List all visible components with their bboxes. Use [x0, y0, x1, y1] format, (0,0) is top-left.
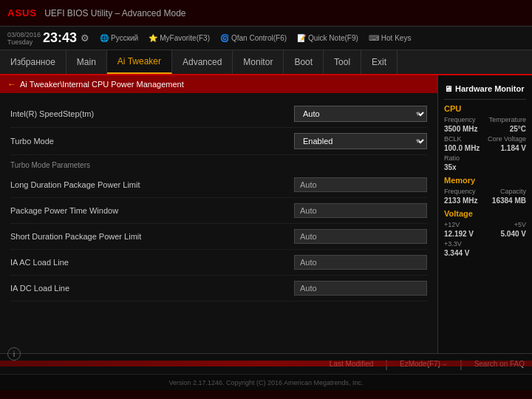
settings-panel: Intel(R) SpeedStep(tm) Auto Enabled Disa…: [0, 93, 437, 309]
nav-exit[interactable]: Exit: [361, 50, 398, 74]
long-duration-label: Long Duration Package Power Limit: [10, 180, 140, 189]
cpu-temp-value: 25°C: [510, 125, 526, 133]
ia-dc-row: IA DC Load Line: [10, 276, 427, 301]
footer: Version 2.17.1246. Copyright (C) 2016 Am…: [0, 374, 532, 390]
breadcrumb: ← Ai Tweaker\Internal CPU Power Manageme…: [0, 75, 437, 93]
nav-monitor[interactable]: Monitor: [233, 50, 284, 74]
speedstep-label: Intel(R) SpeedStep(tm): [10, 109, 94, 118]
cpu-ratio-val-row: 35x: [444, 163, 526, 171]
cpu-freq-value: 3500 MHz: [444, 125, 478, 133]
v33-label: +3.3V: [444, 240, 462, 248]
breadcrumb-text: Ai Tweaker\Internal CPU Power Management: [20, 80, 184, 89]
cpu-bclk-label: BCLK: [444, 135, 462, 143]
toolbar-myfavorite[interactable]: ⭐ MyFavorite(F3): [149, 34, 210, 42]
v12-label: +12V: [444, 221, 460, 228]
package-time-row: Package Power Time Window: [10, 198, 427, 224]
mem-freq-val-row: 2133 MHz 16384 MB: [444, 197, 526, 205]
toolbar: 03/08/2016 Tuesday 23:43 ⚙ 🌐 Русский ⭐ M…: [0, 27, 532, 50]
toolbar-day: Tuesday: [7, 38, 41, 46]
cpu-bclk-val-row: 100.0 MHz 1.184 V: [444, 144, 526, 152]
speedstep-select-wrapper: Auto Enabled Disabled: [294, 106, 427, 122]
nav-izbranoe[interactable]: Избранное: [0, 50, 66, 74]
cpu-corevolt-value: 1.184 V: [501, 144, 526, 152]
cpu-section-title: CPU: [444, 104, 526, 113]
v33-val-row: 3.344 V: [444, 249, 526, 257]
cpu-ratio-label: Ratio: [444, 154, 460, 162]
turbo-mode-select-wrapper: Enabled Disabled Auto: [294, 133, 427, 149]
content-area: ← Ai Tweaker\Internal CPU Power Manageme…: [0, 75, 437, 353]
cpu-bclk-label-row: BCLK Core Voltage: [444, 135, 526, 143]
turbo-mode-label: Turbo Mode: [10, 137, 54, 146]
nav-ai-tweaker[interactable]: Ai Tweaker: [107, 50, 172, 74]
nav-main[interactable]: Main: [66, 50, 107, 74]
cpu-freq-label: Frequency: [444, 116, 476, 123]
nav-tool[interactable]: Tool: [324, 50, 361, 74]
short-duration-row: Short Duration Package Power Limit: [10, 224, 427, 250]
mem-freq-label-row: Frequency Capacity: [444, 188, 526, 195]
package-time-input[interactable]: [294, 203, 427, 218]
toolbar-date: 03/08/2016: [7, 31, 41, 38]
cpu-corevolt-label: Core Voltage: [488, 135, 526, 143]
main-layout: ← Ai Tweaker\Internal CPU Power Manageme…: [0, 75, 532, 353]
nav-boot[interactable]: Boot: [284, 50, 324, 74]
hardware-monitor-sidebar: 🖥 Hardware Monitor CPU Frequency Tempera…: [437, 75, 532, 353]
mem-cap-value: 16384 MB: [492, 197, 526, 205]
keyboard-icon: ⌨: [369, 34, 379, 42]
toolbar-gear-icon[interactable]: ⚙: [81, 33, 89, 44]
speedstep-select[interactable]: Auto Enabled Disabled: [294, 106, 427, 122]
footer-text: Version 2.17.1246. Copyright (C) 2016 Am…: [168, 379, 363, 386]
info-icon[interactable]: i: [7, 347, 21, 361]
turbo-params-title: Turbo Mode Parameters: [10, 155, 427, 172]
v33-label-row: +3.3V: [444, 240, 526, 248]
language-icon: 🌐: [100, 34, 109, 42]
asus-logo: ASUS: [7, 7, 37, 18]
ia-dc-label: IA DC Load Line: [10, 284, 69, 293]
long-duration-input[interactable]: [294, 177, 427, 192]
nav-menu: Избранное Main Ai Tweaker Advanced Monit…: [0, 50, 532, 75]
toolbar-qfan[interactable]: 🌀 Qfan Control(F6): [220, 34, 287, 42]
toolbar-time: 23:43: [43, 30, 77, 46]
favorite-icon: ⭐: [149, 34, 157, 42]
ia-dc-input[interactable]: [294, 281, 427, 296]
qfan-icon: 🌀: [220, 34, 229, 42]
mem-freq-value: 2133 MHz: [444, 197, 478, 205]
long-duration-row: Long Duration Package Power Limit: [10, 172, 427, 198]
cpu-bclk-value: 100.0 MHz: [444, 144, 480, 152]
toolbar-language[interactable]: 🌐 Русский: [100, 34, 138, 42]
v33-value: 3.344 V: [444, 249, 469, 257]
turbo-mode-row: Turbo Mode Enabled Disabled Auto: [10, 128, 427, 155]
red-glow-decoration: [0, 361, 532, 366]
toolbar-quicknote[interactable]: 📝 Quick Note(F9): [297, 34, 358, 42]
ia-ac-row: IA AC Load Line: [10, 250, 427, 276]
header-title: UEFI BIOS Utility – Advanced Mode: [44, 8, 185, 18]
breadcrumb-arrow-icon[interactable]: ←: [7, 79, 16, 89]
toolbar-hotkeys[interactable]: ⌨ Hot Keys: [369, 34, 412, 42]
cpu-freq-row: Frequency Temperature: [444, 116, 526, 123]
header: ASUS UEFI BIOS Utility – Advanced Mode: [0, 0, 532, 27]
cpu-ratio-label-row: Ratio: [444, 154, 526, 162]
v5-label: +5V: [514, 221, 526, 228]
v12-value: 12.192 V: [444, 230, 474, 238]
cpu-ratio-value: 35x: [444, 163, 457, 171]
cpu-freq-val-row: 3500 MHz 25°C: [444, 125, 526, 133]
short-duration-input[interactable]: [294, 229, 427, 244]
ia-ac-label: IA AC Load Line: [10, 258, 69, 267]
v12-label-row: +12V +5V: [444, 221, 526, 228]
monitor-icon: 🖥: [444, 84, 452, 93]
mem-freq-label: Frequency: [444, 188, 476, 195]
turbo-mode-select[interactable]: Enabled Disabled Auto: [294, 133, 427, 149]
hardware-monitor-title: 🖥 Hardware Monitor: [444, 81, 526, 100]
short-duration-label: Short Duration Package Power Limit: [10, 232, 141, 241]
v5-value: 5.040 V: [501, 230, 526, 238]
cpu-temp-label: Temperature: [488, 116, 526, 123]
mem-cap-label: Capacity: [500, 188, 526, 195]
speedstep-row: Intel(R) SpeedStep(tm) Auto Enabled Disa…: [10, 100, 427, 128]
ia-ac-input[interactable]: [294, 255, 427, 270]
package-time-label: Package Power Time Window: [10, 206, 118, 215]
note-icon: 📝: [297, 34, 306, 42]
voltage-section-title: Voltage: [444, 209, 526, 218]
memory-section-title: Memory: [444, 176, 526, 185]
nav-advanced[interactable]: Advanced: [172, 50, 233, 74]
v12-val-row: 12.192 V 5.040 V: [444, 230, 526, 238]
